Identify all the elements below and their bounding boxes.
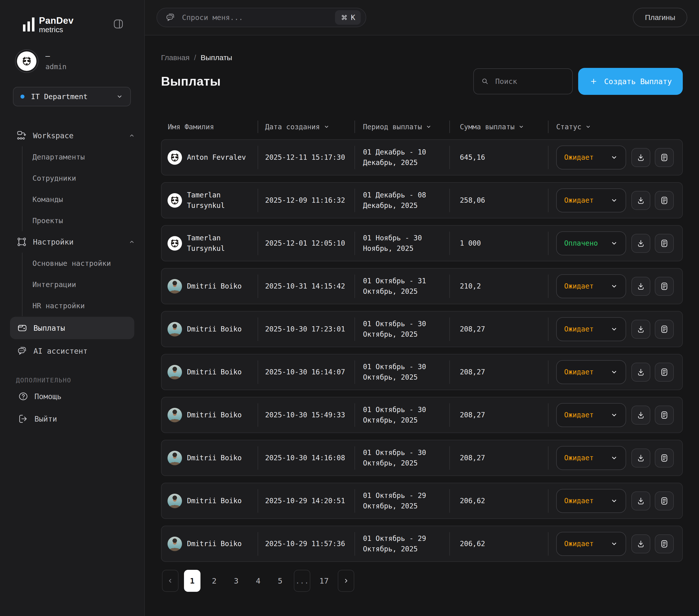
sidebar-section-workspace[interactable]: Workspace <box>0 125 144 146</box>
details-button[interactable] <box>655 492 674 510</box>
details-button[interactable] <box>655 534 674 553</box>
status-select[interactable]: Ожидает <box>556 403 626 427</box>
status-select[interactable]: Ожидает <box>556 446 626 470</box>
sidebar-item-departments[interactable]: Департаменты <box>32 146 144 168</box>
pagination-page-4[interactable]: 4 <box>250 570 266 592</box>
sidebar-item-projects[interactable]: Проекты <box>32 210 144 231</box>
status-select[interactable]: Ожидает <box>556 146 626 170</box>
sidebar: PanDev metrics <box>0 0 145 616</box>
breadcrumb-current: Выплаты <box>201 53 233 62</box>
workspace-subitems: Департаменты Сотрудники Команды Проекты <box>22 146 144 231</box>
status-select[interactable]: Ожидает <box>556 360 626 384</box>
details-button[interactable] <box>655 191 674 210</box>
status-value: Ожидает <box>564 196 594 204</box>
sidebar-item-ai-assistant[interactable]: AI ассистент <box>10 340 134 362</box>
download-button[interactable] <box>631 492 650 510</box>
sidebar-item-hr-settings[interactable]: HR настройки <box>32 295 144 316</box>
download-button[interactable] <box>631 191 650 210</box>
details-button[interactable] <box>655 405 674 425</box>
column-header-created[interactable]: Дата создания <box>258 120 355 134</box>
status-select[interactable]: Ожидает <box>556 317 626 341</box>
breadcrumb-root[interactable]: Главная <box>161 53 189 62</box>
sidebar-item-employees[interactable]: Сотрудники <box>32 168 144 189</box>
cell-status: Ожидает <box>548 354 682 390</box>
download-button[interactable] <box>631 363 650 381</box>
details-button[interactable] <box>655 234 674 253</box>
sidebar-item-general-settings[interactable]: Основные настройки <box>32 253 144 274</box>
created-datetime: 2025-12-11 15:17:30 <box>265 153 345 161</box>
status-value: Ожидает <box>564 411 594 419</box>
status-select[interactable]: Ожидает <box>556 532 626 556</box>
sidebar-item-help[interactable]: Помощь <box>11 385 135 407</box>
row-actions <box>631 320 674 339</box>
document-icon <box>659 281 670 292</box>
chevron-down-icon <box>610 325 618 333</box>
pagination-page-5[interactable]: 5 <box>272 570 288 592</box>
details-button[interactable] <box>655 277 674 296</box>
column-header-period[interactable]: Период выплаты <box>355 120 449 134</box>
sidebar-item-label: Помощь <box>35 392 62 401</box>
pagination-page-17[interactable]: 17 <box>316 570 332 592</box>
download-button[interactable] <box>631 448 650 468</box>
document-icon <box>659 539 670 549</box>
column-header-amount[interactable]: Сумма выплаты <box>449 120 548 134</box>
status-select[interactable]: Ожидает <box>556 489 626 513</box>
download-button[interactable] <box>631 234 650 253</box>
pagination-next-button[interactable] <box>338 570 354 592</box>
topbar: Спроси меня... K Плагины <box>145 0 699 36</box>
download-button[interactable] <box>631 320 650 339</box>
user-profile[interactable]: — admin <box>15 50 144 73</box>
cell-amount: 208,27 <box>449 397 548 432</box>
sidebar-item-payments[interactable]: Выплаты <box>10 317 134 339</box>
pagination-page-2[interactable]: 2 <box>206 570 222 592</box>
status-select[interactable]: Оплачено <box>556 231 626 255</box>
department-select[interactable]: IT Department <box>13 87 131 106</box>
status-select[interactable]: Ожидает <box>556 188 626 212</box>
employee-name: Dmitrii Boiko <box>187 410 242 420</box>
sidebar-collapse-button[interactable] <box>110 16 126 32</box>
payment-amount: 210,2 <box>460 282 481 290</box>
details-button[interactable] <box>655 148 674 167</box>
sidebar-item-label: Выйти <box>35 415 57 423</box>
plugins-button[interactable]: Плагины <box>633 8 687 27</box>
ask-ai-input[interactable]: Спроси меня... K <box>157 8 366 27</box>
details-button[interactable] <box>655 320 674 339</box>
cell-status: Ожидает <box>548 440 682 476</box>
pagination-page-1[interactable]: 1 <box>184 570 200 592</box>
employee-name: Dmitrii Boiko <box>187 453 242 463</box>
download-button[interactable] <box>631 534 650 553</box>
pagination-prev-button[interactable] <box>162 570 179 592</box>
status-select[interactable]: Ожидает <box>556 274 626 298</box>
payment-period: 01 Октябрь - 31 Октябрь, 2025 <box>363 276 438 297</box>
cell-created: 2025-10-29 11:57:36 <box>258 526 355 561</box>
sidebar-item-logout[interactable]: Выйти <box>11 408 135 430</box>
pagination-ellipsis[interactable]: ... <box>294 570 310 592</box>
bar-chart-logo-icon <box>23 16 36 31</box>
details-button[interactable] <box>655 448 674 468</box>
employee-name: Dmitrii Boiko <box>187 367 242 377</box>
sidebar-item-integrations[interactable]: Интеграции <box>32 274 144 295</box>
keyboard-shortcut-badge: K <box>335 10 361 25</box>
column-header-status[interactable]: Статус <box>548 120 683 134</box>
table-row: Anton Fevralev 2025-12-11 15:17:30 01 Де… <box>161 139 683 175</box>
sidebar-section-settings[interactable]: Настройки <box>0 231 144 253</box>
cell-period: 01 Октябрь - 29 Октябрь, 2025 <box>355 483 449 519</box>
sidebar-nav: Workspace Департаменты Сотрудники Команд… <box>0 125 144 430</box>
details-button[interactable] <box>655 363 674 381</box>
chevron-up-icon <box>128 238 135 245</box>
create-payment-button[interactable]: Создать Выплату <box>578 68 683 95</box>
pagination-page-3[interactable]: 3 <box>228 570 245 592</box>
download-button[interactable] <box>631 405 650 425</box>
table-row: Dmitrii Boiko 2025-10-30 14:16:08 01 Окт… <box>161 440 683 476</box>
search-input[interactable] <box>495 77 566 85</box>
download-button[interactable] <box>631 277 650 296</box>
help-icon <box>17 391 29 402</box>
employee-name: Dmitrii Boiko <box>187 496 242 506</box>
cell-created: 2025-10-31 14:15:42 <box>258 269 355 304</box>
created-datetime: 2025-10-30 15:49:33 <box>265 411 345 419</box>
payment-period: 01 Октябрь - 30 Октябрь, 2025 <box>363 447 438 468</box>
download-button[interactable] <box>631 148 650 167</box>
payment-period: 01 Октябрь - 29 Октябрь, 2025 <box>363 491 438 511</box>
sidebar-item-teams[interactable]: Команды <box>32 189 144 210</box>
created-datetime: 2025-10-30 17:23:01 <box>265 325 345 333</box>
